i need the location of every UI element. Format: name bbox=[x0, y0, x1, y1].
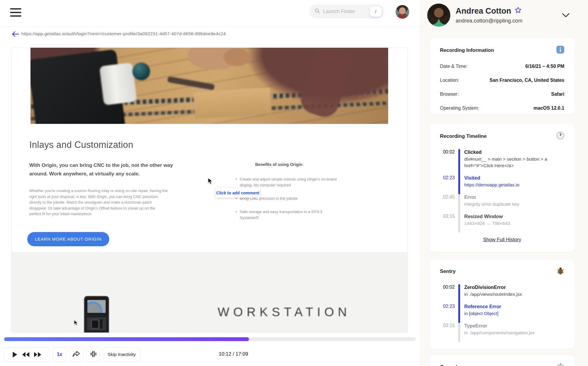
profile-email: andrea.cotton@rippling.com bbox=[456, 18, 522, 24]
event-title: Clicked bbox=[464, 149, 564, 155]
info-value: 6/16/21 – 4:50 PM bbox=[525, 64, 564, 69]
info-value: Safari bbox=[551, 92, 564, 97]
profile-header: Andrea Cotton andrea.cotton@rippling.com bbox=[421, 0, 588, 33]
timeline-event[interactable]: 02:45 Error integrity error duplicate ke… bbox=[440, 194, 564, 213]
info-row: Location: San Francisco, CA, United Stat… bbox=[440, 78, 564, 83]
event-bar bbox=[458, 213, 460, 233]
add-comment-tooltip[interactable]: Click to add comment bbox=[216, 188, 260, 198]
info-label: Date & Time: bbox=[440, 64, 467, 69]
share-button[interactable] bbox=[69, 347, 83, 362]
info-icon bbox=[556, 46, 564, 55]
info-row: Date & Time: 6/16/21 – 4:50 PM bbox=[440, 64, 564, 69]
clock-icon bbox=[556, 132, 564, 141]
event-title: Resized Window bbox=[464, 213, 510, 219]
event-time: 02:23 bbox=[440, 175, 455, 194]
event-detail: 1443×924 → 798×643 bbox=[464, 220, 510, 227]
replay-main-area: Launch Finder / https://app.getatlas.io/… bbox=[0, 0, 420, 366]
resize-view-button[interactable] bbox=[86, 347, 100, 362]
recording-timeline-card: Recording Timeline 00:02 Clicked div#nux… bbox=[430, 124, 575, 252]
info-value: San Francisco, CA, United States bbox=[489, 78, 564, 83]
sentry-card: Sentry 00:02 ZeroDivisionError in ./app/… bbox=[430, 259, 575, 349]
sentry-title: Sentry bbox=[440, 268, 456, 274]
show-full-history-link[interactable]: Show Full History bbox=[440, 237, 564, 242]
console-title: Console bbox=[440, 364, 460, 366]
replay-viewport: Inlays and Customization With Origin, yo… bbox=[11, 47, 408, 333]
info-value: macOS 12.0.1 bbox=[534, 106, 564, 111]
benefit-item: Create and adjust simple cutouts using O… bbox=[236, 176, 340, 188]
recording-information-card: Recording Information Date & Time: 6/16/… bbox=[430, 38, 575, 114]
play-button[interactable] bbox=[12, 352, 17, 357]
sentry-event[interactable]: 02:23 Reference Error in [object Object] bbox=[440, 303, 564, 323]
info-row: Operating System: macOS 12.0.1 bbox=[440, 106, 564, 111]
event-detail: div#nuxt__ > main > section > button > a… bbox=[464, 156, 564, 169]
recorded-page-url: https://app.getatlas.io/auth/login?next=… bbox=[21, 31, 226, 36]
timeline-event[interactable]: 00:02 Clicked div#nuxt__ > main > sectio… bbox=[440, 149, 564, 175]
info-label: Browser: bbox=[440, 92, 459, 97]
event-title: ZeroDivisionError bbox=[464, 284, 522, 290]
info-row: Browser: Safari bbox=[440, 92, 564, 97]
sentry-event[interactable]: 00:02 ZeroDivisionError in ./app/views/r… bbox=[440, 284, 564, 303]
recording-timeline-title: Recording Timeline bbox=[440, 133, 486, 139]
user-avatar[interactable] bbox=[396, 5, 409, 19]
event-bar bbox=[458, 149, 460, 175]
fast-forward-button[interactable] bbox=[34, 352, 41, 357]
bug-icon bbox=[557, 267, 564, 276]
event-bar bbox=[458, 303, 460, 323]
keyboard-shortcut-badge: / bbox=[370, 7, 381, 17]
playback-speed-button[interactable]: 1x bbox=[53, 347, 66, 362]
recording-information-title: Recording Information bbox=[440, 47, 494, 53]
event-time: 02:45 bbox=[440, 194, 455, 213]
benefit-item: Safe storage and easy transportation in … bbox=[236, 209, 340, 221]
playback-time: 10:12 / 17:09 bbox=[219, 351, 248, 357]
reviewer-cursor-icon bbox=[208, 178, 213, 186]
playback-progress-bar[interactable] bbox=[4, 337, 416, 341]
recorded-intro-bold: With Origin, you can bring CNC to the jo… bbox=[29, 161, 179, 178]
recorded-intro-body: Whether you're creating a custom floorin… bbox=[29, 188, 168, 217]
recorded-cursor-icon bbox=[74, 320, 78, 327]
workstation-logo: WORKSTATION bbox=[218, 305, 351, 319]
event-title: TypeError bbox=[464, 323, 535, 329]
timeline-event[interactable]: 03:15 Resized Window 1443×924 → 798×643 bbox=[440, 213, 564, 233]
rewind-button[interactable] bbox=[22, 352, 29, 357]
benefits-title: Benefits of using Origin: bbox=[255, 162, 340, 167]
event-time: 03:15 bbox=[440, 323, 455, 342]
event-bar bbox=[458, 175, 460, 194]
hero-image bbox=[30, 48, 388, 124]
hamburger-menu-icon[interactable] bbox=[10, 8, 21, 17]
event-detail: in ./app/components/navigation.jsx bbox=[464, 330, 535, 336]
search-placeholder: Launch Finder bbox=[323, 9, 370, 15]
router-device-image bbox=[84, 296, 109, 333]
skip-inactivity-button[interactable]: Skip Inactivity bbox=[103, 347, 140, 362]
share-arrow-icon bbox=[73, 351, 80, 358]
event-detail: integrity error duplicate key bbox=[464, 201, 519, 207]
event-bar bbox=[458, 194, 460, 213]
event-time: 00:02 bbox=[440, 149, 455, 175]
event-bar bbox=[458, 323, 460, 342]
star-icon[interactable] bbox=[515, 7, 522, 16]
recorded-page-heading: Inlays and Customization bbox=[29, 140, 133, 150]
robot-icon bbox=[557, 363, 564, 366]
chevron-down-icon[interactable] bbox=[562, 13, 570, 19]
info-label: Location: bbox=[440, 78, 459, 83]
profile-avatar bbox=[427, 4, 450, 27]
event-title: Visited bbox=[464, 175, 519, 181]
recorded-lower-section: WORKSTATION bbox=[12, 252, 408, 333]
timeline-event[interactable]: 02:23 Visited https://demoapp.getatlas.i… bbox=[440, 175, 564, 194]
event-detail: https://demoapp.getatlas.io bbox=[464, 182, 519, 188]
event-title: Error bbox=[464, 194, 519, 200]
session-details-panel: Andrea Cotton andrea.cotton@rippling.com… bbox=[420, 0, 588, 366]
playback-controls bbox=[4, 347, 50, 362]
event-time: 00:02 bbox=[440, 284, 455, 303]
profile-name: Andrea Cotton bbox=[456, 7, 511, 16]
session-replay-app: Launch Finder / https://app.getatlas.io/… bbox=[0, 0, 588, 366]
sentry-event[interactable]: 03:15 TypeError in ./app/components/navi… bbox=[440, 323, 564, 342]
search-input[interactable]: Launch Finder / bbox=[309, 4, 384, 18]
search-icon bbox=[314, 8, 320, 15]
back-arrow-icon[interactable] bbox=[11, 31, 20, 38]
info-label: Operating System: bbox=[440, 106, 479, 111]
top-bar: Launch Finder / bbox=[0, 0, 420, 26]
event-title: Reference Error bbox=[464, 303, 501, 309]
event-time: 02:23 bbox=[440, 303, 455, 323]
event-bar bbox=[458, 284, 460, 303]
progress-fill bbox=[4, 337, 249, 341]
